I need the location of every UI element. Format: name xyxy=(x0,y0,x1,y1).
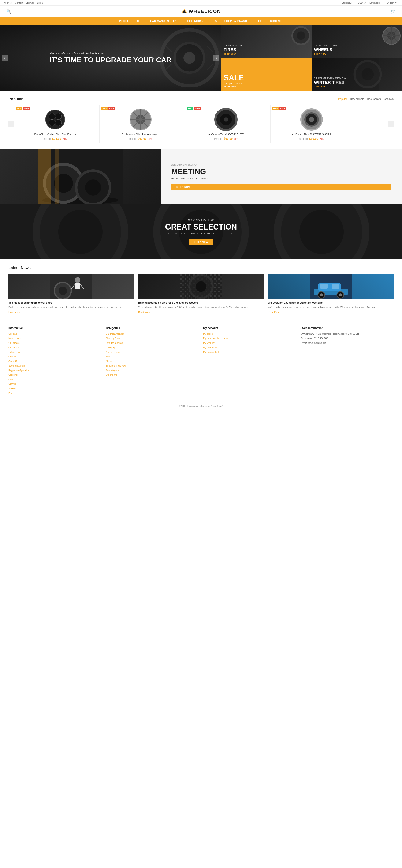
hero-tile-wheels[interactable]: Fitting any car type WHEELS SHOP NOW › xyxy=(312,25,402,58)
product-card-4[interactable]: NEW SALE All-Season Tire - 235-70R17 108… xyxy=(270,105,352,143)
footer-wish-list-link[interactable]: My wish list xyxy=(203,341,296,345)
footer-starred-link[interactable]: Starred xyxy=(8,382,102,386)
emblem-image xyxy=(45,109,66,130)
nav-blog[interactable]: Blog xyxy=(251,17,266,25)
hero-tile-winter[interactable]: Celebrate every snow day WINTER TIRES SH… xyxy=(312,58,402,91)
language-select[interactable]: English xyxy=(386,1,398,4)
nav-car-manufacturer[interactable]: Car Manufacturer xyxy=(146,17,183,25)
footer-my-orders-link[interactable]: My orders xyxy=(203,332,296,336)
footer-blog-link[interactable]: Blog xyxy=(8,392,102,395)
footer-addresses-link[interactable]: My addresses xyxy=(203,346,296,350)
svg-point-67 xyxy=(196,281,206,292)
footer-paypal-link[interactable]: Paypal configuration xyxy=(8,369,102,372)
carousel-prev-button[interactable]: ‹ xyxy=(8,121,14,127)
hero-prev-button[interactable]: ‹ xyxy=(2,55,8,61)
product-name-2: Replacement Wheel for Volkswagen xyxy=(102,133,179,136)
tab-best-sellers[interactable]: Best Sellers xyxy=(367,97,381,101)
login-link[interactable]: Login xyxy=(37,1,43,4)
meeting-shop-now-button[interactable]: SHOP NOW xyxy=(171,184,392,190)
hero-subtitle: Make your ride yours with a tire & wheel… xyxy=(50,52,171,54)
nav-kits[interactable]: Kits xyxy=(133,17,146,25)
news-card-3: 3rd Location Launches on Atlanta's Wests… xyxy=(268,274,394,314)
footer-personal-info-link[interactable]: My personal info xyxy=(203,350,296,354)
footer-secure-payment-link[interactable]: Secure payment xyxy=(8,364,102,368)
footer-our-orders-link[interactable]: Our orders xyxy=(8,341,102,345)
product-name-1: Black-Silver Carbon Fiber Style Emblem xyxy=(17,133,93,136)
footer-other-parts-link[interactable]: Other parts xyxy=(106,373,199,377)
cart-icon[interactable]: 🛒 xyxy=(391,9,396,14)
footer-contact-link[interactable]: Contact xyxy=(8,355,102,359)
tab-new-arrivals[interactable]: New arrivals xyxy=(350,97,364,101)
news-title-1: The most popular offers of our shop xyxy=(8,301,134,304)
product-image-2 xyxy=(102,108,179,131)
nav-contact[interactable]: Contact xyxy=(266,17,287,25)
news-read-more-1[interactable]: Read More xyxy=(8,311,20,313)
svg-rect-45 xyxy=(38,150,51,205)
product-card-1[interactable]: NEW SALE Black-Silver Carbon Fiber Style… xyxy=(14,105,96,143)
currency-select[interactable]: USD xyxy=(357,1,366,4)
tile-wheels-link[interactable]: SHOP NOW › xyxy=(314,53,328,55)
footer-our-stores-link[interactable]: Our stores xyxy=(8,346,102,350)
svg-point-53 xyxy=(299,210,344,254)
footer-collections-link[interactable]: Collections xyxy=(8,350,102,354)
footer-category-link[interactable]: Category xyxy=(106,346,199,350)
contact-link[interactable]: Contact xyxy=(15,1,23,4)
search-icon[interactable]: 🔍 xyxy=(6,9,11,14)
footer-ordering-link[interactable]: Ordering xyxy=(8,373,102,377)
logo-text: WHEELICON xyxy=(189,9,221,14)
product-discount-3: -20% xyxy=(233,138,238,140)
tile-tires-link[interactable]: SHOP NOW › xyxy=(224,53,237,55)
news-image-1 xyxy=(8,274,134,299)
footer-cart-link[interactable]: Cart xyxy=(8,378,102,381)
wheels-image xyxy=(382,26,401,45)
hero-next-button[interactable]: › xyxy=(213,55,220,61)
footer-tire-link[interactable]: Tire xyxy=(106,355,199,359)
language-label: Language: xyxy=(369,1,380,4)
news-section: Latest News The most popular offers of o… xyxy=(0,259,402,320)
product-discount-1: -20% xyxy=(62,138,66,140)
footer-wishlist-link[interactable]: Wishlist xyxy=(8,387,102,391)
svg-point-22 xyxy=(49,113,55,120)
tab-specials[interactable]: Specials xyxy=(384,97,394,101)
product-old-price-3: $120.00 xyxy=(214,138,222,140)
footer-car-manufacturer-link[interactable]: Car Manufacturer xyxy=(106,332,199,336)
svg-point-73 xyxy=(320,293,323,297)
nav-shop-by-brand[interactable]: Shop By Brand xyxy=(221,17,251,25)
carousel-next-button[interactable]: › xyxy=(388,121,394,127)
nav-exterior[interactable]: Exterior Products xyxy=(183,17,221,25)
product-card-3[interactable]: HOT SALE All-Season Tire - 235-65R17 103… xyxy=(185,105,267,143)
product-old-price-2: $50.00 xyxy=(129,138,136,140)
footer-shop-by-brand-link[interactable]: Shop by Brand xyxy=(106,337,199,340)
wishlist-link[interactable]: Wishlist xyxy=(4,1,12,4)
great-section: The choice is up to you. GREAT SELECTION… xyxy=(0,205,402,259)
nav-model[interactable]: Model xyxy=(115,17,133,25)
svg-point-24 xyxy=(49,120,55,126)
meeting-title: MEETING xyxy=(171,167,392,176)
news-read-more-3[interactable]: Read More xyxy=(268,311,280,313)
news-read-more-2[interactable]: Read More xyxy=(138,311,150,313)
sitemap-link[interactable]: Sitemap xyxy=(26,1,34,4)
footer-specials-link[interactable]: Specials xyxy=(8,332,102,336)
footer-exterior-products-link[interactable]: Exterior products xyxy=(106,341,199,345)
hero-tiles: It's what we do TIRES SHOP NOW › Fitting… xyxy=(221,25,402,91)
footer-subcategory-link[interactable]: Subcategory xyxy=(106,369,199,372)
tile-sale-link[interactable]: SHOP NOW xyxy=(224,86,236,88)
news-title-3: 3rd Location Launches on Atlanta's Wests… xyxy=(268,301,394,304)
svg-point-20 xyxy=(362,68,374,81)
footer-simulate-link[interactable]: Simulate tire review xyxy=(106,364,199,368)
footer-new-arrivals-link[interactable]: New arrivals xyxy=(8,337,102,340)
great-shop-now-button[interactable]: SHOP NOW xyxy=(189,239,213,245)
footer-about-us-link[interactable]: About Us xyxy=(8,359,102,363)
footer-returns-link[interactable]: My merchandise returns xyxy=(203,337,296,340)
tab-popular[interactable]: Popular xyxy=(338,97,347,101)
product-image-4 xyxy=(273,108,350,131)
logo[interactable]: WHEELICON xyxy=(181,8,221,14)
product-badge-hot-3: HOT xyxy=(187,107,193,110)
hero-tile-sale[interactable]: SALE Get up to 20% off! SHOP NOW xyxy=(221,58,312,91)
footer-model-link[interactable]: Model xyxy=(106,359,199,363)
footer-new-releases-link[interactable]: New releases xyxy=(106,350,199,354)
product-image-1 xyxy=(17,108,93,131)
product-card-2[interactable]: NEW SALE Replacement Wheel for Volkswage… xyxy=(99,105,181,143)
hero-tile-tires[interactable]: It's what we do TIRES SHOP NOW › xyxy=(221,25,312,58)
tile-winter-small: Celebrate every snow day xyxy=(314,77,346,80)
